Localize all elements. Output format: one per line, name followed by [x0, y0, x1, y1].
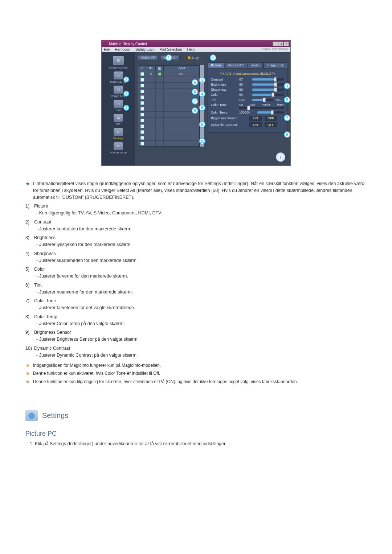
- color-slider[interactable]: [252, 94, 284, 96]
- tint-slider[interactable]: [252, 99, 273, 101]
- callout-r7: 7: [284, 115, 290, 121]
- panel-subhead: TV,AV,S-Video,Component,HDMI,DTV: [211, 72, 284, 75]
- pip-icon: ▣: [114, 114, 123, 122]
- color-temp-slider[interactable]: [257, 111, 284, 114]
- menubar: File Remocon Safety Lock Port Selection …: [102, 47, 290, 52]
- list-item: 2)Contrast- Justerer kontrasten for den …: [25, 219, 367, 233]
- brightness-label: Brightness: [211, 83, 237, 86]
- menu-safety-lock[interactable]: Safety Lock: [135, 48, 154, 52]
- menu-remocon[interactable]: Remocon: [115, 48, 130, 52]
- sidebar-item-power-control[interactable]: ⏻ Power Control: [105, 56, 131, 69]
- brand-label: SAMSUNG DIGITall: [262, 48, 288, 52]
- callout-r3: 3: [284, 83, 290, 89]
- settings-section-icon: [25, 410, 38, 421]
- callout-r4: 4: [199, 91, 205, 97]
- brightness-sensor-label: Brightness Sensor: [211, 116, 247, 120]
- note-1: Indgangskilden for MagicInfo fungerer ku…: [33, 362, 161, 369]
- app-icon: [103, 41, 107, 45]
- callout-r2: 2: [199, 77, 205, 83]
- info-icon[interactable]: i: [276, 152, 285, 162]
- checkbox-icon[interactable]: [140, 72, 144, 76]
- tab-audio[interactable]: Audio: [248, 62, 263, 68]
- callout-r9: 9: [284, 131, 290, 138]
- input-icon: ▭: [114, 71, 123, 79]
- grid-header-id: ID: [146, 66, 156, 71]
- sharpness-value: 68: [239, 88, 250, 91]
- contrast-value: 67: [239, 78, 250, 81]
- sharpness-label: Sharpness: [211, 88, 237, 91]
- list-item: 10)Dynamic Contrast- Justerer Dynamic Co…: [25, 345, 367, 359]
- grid-header-input: Input: [164, 66, 199, 71]
- callout-r5: 5: [284, 97, 290, 103]
- callout-6: 6: [192, 89, 198, 95]
- list-item: 4)Sharpness- Justerer skarpeheden for de…: [25, 250, 367, 264]
- brightness-slider[interactable]: [252, 83, 284, 86]
- description: ★ I informationsgitteret vises nogle gru…: [25, 180, 367, 385]
- brightness-sensor-on[interactable]: ON: [249, 116, 262, 121]
- callout-1-top: 1: [166, 54, 172, 61]
- sharpness-slider[interactable]: [252, 89, 284, 91]
- sidebar: ⏻ Power Control ▭ Input Source 2 ▢ Image…: [102, 52, 135, 165]
- gear-icon: ⚙: [114, 128, 123, 136]
- grid-header-status: ▣: [156, 66, 164, 71]
- section-header: Settings: [25, 410, 367, 421]
- status-dot-icon: [158, 73, 161, 75]
- menu-file[interactable]: File: [104, 48, 110, 52]
- subsection-title: Picture PC: [25, 430, 367, 438]
- minimize-icon[interactable]: _: [273, 41, 278, 46]
- app-window: Multiple Display Control _ □ × File Remo…: [101, 40, 291, 166]
- list-item: 9)Brightness Sensor- Justerer Brightness…: [25, 329, 367, 343]
- star-icon: ★: [25, 362, 30, 369]
- section-title: Settings: [42, 411, 68, 420]
- sidebar-item-maintenance[interactable]: 🛠 Maintenance: [105, 142, 131, 154]
- brightness-sensor-off[interactable]: OFF: [265, 116, 277, 121]
- info-grid: ✓ ID ▣ Input 0 AV: [138, 65, 200, 147]
- star-icon: ★: [25, 378, 30, 385]
- menu-help[interactable]: Help: [187, 48, 195, 52]
- callout-2: 2: [123, 77, 129, 82]
- busy-dot-icon: [188, 56, 191, 59]
- contrast-slider[interactable]: [252, 78, 284, 81]
- callout-7: 7: [192, 98, 198, 104]
- maintenance-icon: 🛠: [114, 142, 123, 150]
- close-icon[interactable]: ×: [283, 41, 289, 46]
- list-item: 7)Color Tone- Justerer farvetonen for de…: [25, 297, 367, 311]
- contrast-label: Contrast: [211, 78, 237, 81]
- note-2: Denne funktion er kun aktiveret, hvis Co…: [33, 370, 160, 377]
- callout-5: 5: [192, 79, 198, 86]
- color-tone-slider[interactable]: [239, 107, 284, 109]
- titlebar: Multiple Display Control _ □ ×: [102, 40, 290, 47]
- tab-picture-pc[interactable]: Picture PC: [225, 62, 247, 68]
- star-icon: ★: [25, 180, 30, 187]
- dynamic-contrast-off[interactable]: OFF: [265, 122, 277, 127]
- sidebar-item-image-size[interactable]: ▢ Image Size 3: [105, 86, 131, 98]
- list-item: 6)Tint- Justerer nuancerne for den marke…: [25, 282, 367, 296]
- tint-left: G50: [239, 98, 250, 102]
- window-title: Multiple Display Control: [109, 42, 147, 46]
- grid-header-check: ✓: [138, 66, 146, 71]
- color-temp-label: Color Temp: [211, 111, 237, 114]
- grid-row[interactable]: 0 AV: [138, 71, 199, 77]
- callout-r8: 8: [199, 121, 205, 128]
- settings-panel: TV,AV,S-Video,Component,HDMI,DTV Contras…: [208, 69, 287, 133]
- list-item: 3)Brightness- Justerer lysstyrken for de…: [25, 234, 367, 248]
- tab-image-lock[interactable]: Image Lock: [264, 62, 287, 68]
- list-item: 5)Color- Justerer farverne for den marke…: [25, 266, 367, 280]
- select-all-button[interactable]: Select All: [138, 55, 158, 60]
- dynamic-contrast-on[interactable]: ON: [249, 122, 262, 127]
- sidebar-item-settings[interactable]: ⚙ Settings: [105, 128, 131, 140]
- menu-port-selection[interactable]: Port Selection: [159, 48, 182, 52]
- dynamic-contrast-label: Dynamic Contrast: [211, 123, 247, 127]
- note-3: Denne funktion er kun tilgængelig for sk…: [33, 378, 298, 385]
- maximize-icon[interactable]: □: [278, 41, 283, 46]
- tab-picture[interactable]: Picture: [208, 62, 224, 68]
- sidebar-item-time[interactable]: ◷ Time 4: [105, 100, 131, 112]
- sidebar-item-input-source[interactable]: ▭ Input Source 2: [105, 71, 131, 83]
- list-item: 8)Color Temp- Justerer Color Temp på den…: [25, 313, 367, 327]
- color-temp-value: 10000K: [239, 111, 255, 114]
- color-value: 60: [239, 93, 250, 97]
- sidebar-item-pip[interactable]: ▣ PIP: [105, 114, 131, 126]
- star-icon: ★: [25, 370, 30, 377]
- tint-label: Tint: [211, 98, 237, 102]
- tint-right: R50: [275, 98, 284, 102]
